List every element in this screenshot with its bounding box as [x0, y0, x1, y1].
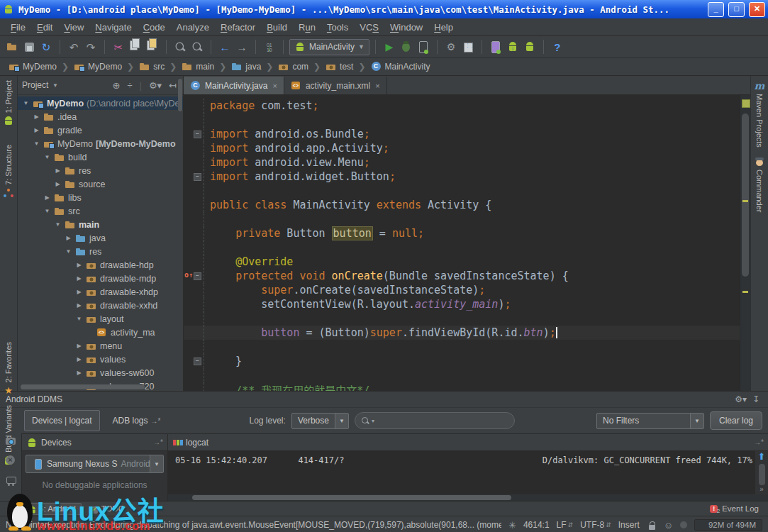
code-line[interactable]	[184, 368, 740, 382]
breadcrumb-item-java[interactable]: java	[228, 60, 264, 73]
menu-item-vcs[interactable]: VCS	[355, 21, 384, 34]
sync-icon[interactable]: ↻	[42, 42, 51, 52]
menu-item-help[interactable]: Help	[429, 21, 458, 34]
layout-inspector-icon[interactable]	[5, 475, 16, 486]
run-button[interactable]: ▶	[382, 39, 397, 55]
popout-arrow-icon[interactable]: →*	[754, 438, 764, 446]
menu-item-tools[interactable]: Tools	[322, 21, 353, 34]
status-message[interactable]: NullPointerException: Error during dispa…	[6, 520, 501, 530]
tree-expand-icon[interactable]: ▶	[75, 370, 83, 376]
caret-position[interactable]: 4614:1	[523, 520, 550, 530]
tree-item-drawable-xhdp[interactable]: ▶drawable-xhdp	[18, 285, 183, 299]
clear-log-button[interactable]: Clear log	[710, 411, 762, 430]
warning-stripe-mark[interactable]	[742, 200, 748, 202]
editor-gutter[interactable]	[184, 113, 204, 127]
editor-gutter[interactable]	[184, 368, 204, 382]
paste-button[interactable]	[145, 39, 160, 55]
tree-item-menu[interactable]: ▶menu	[18, 339, 183, 353]
editor-gutter[interactable]	[184, 283, 204, 297]
maximize-button[interactable]: □	[728, 2, 745, 17]
menu-item-refactor[interactable]: Refactor	[216, 21, 260, 34]
tree-item-source[interactable]: ▶source	[18, 177, 183, 191]
breadcrumb-item-com[interactable]: com	[275, 60, 311, 73]
breadcrumb-item-src[interactable]: src	[136, 60, 167, 73]
code-line[interactable]: package com.test;	[184, 99, 740, 113]
code-line[interactable]	[184, 240, 740, 255]
code-line[interactable]: −import android.os.Bundle;	[184, 127, 740, 141]
code-line[interactable]: @Override	[184, 255, 740, 269]
editor-gutter[interactable]	[184, 198, 204, 212]
code-line[interactable]: −import android.widget.Button;	[184, 170, 740, 184]
menu-item-file[interactable]: File	[6, 21, 30, 34]
editor-scrollbar-thumb[interactable]	[742, 113, 749, 277]
undo-icon[interactable]: ↶	[69, 42, 79, 52]
background-tasks-icon[interactable]: ✳	[508, 520, 516, 531]
make-project-icon[interactable]: ↓01 10	[267, 42, 272, 52]
code-line[interactable]: import android.app.Activity;	[184, 141, 740, 155]
logcat-search-input[interactable]: ▾	[355, 412, 515, 429]
tree-expand-icon[interactable]: ▶	[75, 289, 83, 295]
editor-gutter[interactable]: −	[184, 127, 204, 141]
open-project-icon[interactable]	[6, 41, 18, 52]
screenshot-icon[interactable]	[5, 435, 16, 446]
tab-activity-main-xml[interactable]: activity_main.xml×	[284, 77, 387, 94]
filter-select[interactable]: No Filters ▼	[596, 413, 704, 429]
code-line[interactable]: public class MainActivity extends Activi…	[184, 198, 740, 212]
tab-adb-logs[interactable]: ADB logs →*	[106, 411, 168, 431]
memory-indicator[interactable]: 92M of 494M	[694, 519, 762, 531]
tree-item-mydemo[interactable]: ▼MyDemo (D:\android place\MyDe	[18, 96, 183, 110]
scroll-up-icon[interactable]: ⬆	[758, 451, 766, 462]
logcat-horizontal-scrollbar[interactable]	[168, 494, 768, 501]
menu-item-window[interactable]: Window	[385, 21, 428, 34]
editor-gutter[interactable]	[184, 99, 204, 113]
tree-expand-icon[interactable]: ▶	[75, 356, 83, 362]
editor-gutter[interactable]	[184, 326, 204, 340]
paste-icon[interactable]	[147, 40, 155, 50]
tab-devices-logcat[interactable]: Devices | logcat	[24, 410, 100, 431]
save-all-icon[interactable]	[25, 43, 34, 52]
editor-gutter[interactable]: −	[184, 354, 204, 368]
tool-stripe-1-project[interactable]: 1: Project	[3, 76, 14, 131]
tree-item-idea[interactable]: ▶.idea	[18, 110, 183, 123]
tree-expand-icon[interactable]: ▶	[33, 127, 40, 133]
editor-gutter[interactable]: −o↑	[184, 269, 204, 283]
device-select[interactable]: Samsung Nexus S Android... ▼	[26, 455, 164, 473]
editor-gutter[interactable]	[184, 226, 204, 240]
project-horizontal-scrollbar[interactable]	[21, 384, 145, 389]
code-line[interactable]	[184, 212, 740, 226]
copy-icon[interactable]	[130, 40, 138, 50]
breadcrumb-item-test[interactable]: test	[323, 60, 356, 73]
tree-item-mydemo[interactable]: ▼MyDemo [MyDemo-MyDemo	[18, 137, 183, 150]
gear-icon[interactable]: ⚙▾	[732, 394, 750, 404]
tree-collapse-icon[interactable]: ▼	[65, 248, 72, 255]
editor-gutter[interactable]	[184, 155, 204, 170]
tree-expand-icon[interactable]: ▶	[54, 181, 62, 187]
code-line[interactable]: button = (Button)super.findViewById(R.id…	[184, 326, 740, 340]
tool-stripe-commander[interactable]: Commander	[754, 152, 765, 217]
sync-button[interactable]: ↻	[38, 39, 54, 55]
breadcrumb-item-mainactivity[interactable]: MainActivity	[368, 60, 433, 73]
tree-collapse-icon[interactable]: ▼	[22, 100, 30, 106]
tree-item-drawable-hdp[interactable]: ▶drawable-hdp	[18, 258, 183, 272]
tree-item-gradle[interactable]: ▶gradle	[18, 123, 183, 137]
tree-item-values[interactable]: ▶values	[18, 353, 183, 366]
project-structure-button[interactable]	[460, 39, 476, 55]
editor-scrollbar[interactable]	[740, 95, 750, 391]
editor-gutter[interactable]	[184, 212, 204, 226]
editor-gutter[interactable]	[184, 141, 204, 155]
save-all-button[interactable]	[21, 39, 37, 55]
tree-expand-icon[interactable]: ▶	[75, 343, 83, 349]
debug-icon[interactable]	[402, 43, 410, 52]
editor-gutter[interactable]	[184, 240, 204, 255]
code-line[interactable]	[184, 340, 740, 354]
tool-stripe-maven-projects[interactable]: mMaven Projects	[754, 76, 765, 152]
project-vertical-scrollbar[interactable]	[178, 79, 182, 111]
tree-expand-icon[interactable]: ▶	[33, 113, 40, 120]
copy-button[interactable]	[128, 39, 143, 55]
log-level-select[interactable]: Verbose ▼	[291, 413, 349, 429]
tree-item-build[interactable]: ▼build	[18, 150, 183, 164]
settings-button[interactable]: ⚙	[443, 39, 459, 55]
code-line[interactable]: − }	[184, 354, 740, 368]
terminate-icon[interactable]	[5, 455, 16, 466]
inspection-indicator[interactable]	[742, 99, 750, 108]
